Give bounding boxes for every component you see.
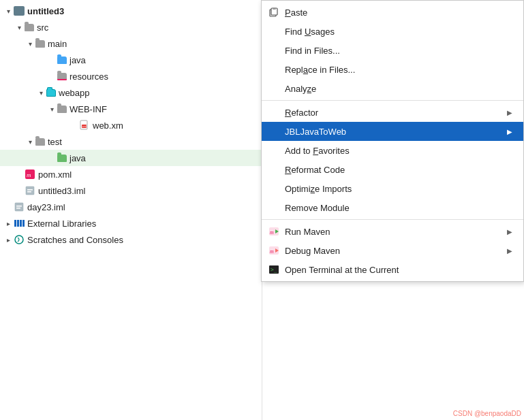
- menu-label-debug-maven: Debug Maven: [285, 246, 340, 256]
- tree-label-pom: pom.xml: [38, 169, 72, 180]
- tree-item-webapp[interactable]: webapp: [0, 84, 262, 101]
- tree-item-test[interactable]: test: [0, 133, 262, 150]
- svg-rect-12: [17, 220, 19, 227]
- tree-label-untitled3: untitled3: [27, 6, 64, 16]
- submenu-arrow-refactor: ▶: [507, 109, 512, 116]
- menu-item-debug-maven[interactable]: m Debug Maven ▶: [262, 241, 523, 260]
- expand-arrow-test[interactable]: [25, 138, 35, 146]
- folder-icon-src: [25, 24, 34, 31]
- file-icon-iml2: [14, 201, 25, 212]
- svg-rect-7: [27, 191, 31, 193]
- menu-item-find-in-files[interactable]: Find in Files...: [262, 41, 523, 60]
- menu-item-jbl[interactable]: JBLJavaToWeb ▶: [262, 122, 523, 141]
- tree-item-ext-libs[interactable]: External Libraries: [0, 215, 262, 231]
- menu-label-find-in-files: Find in Files...: [285, 46, 340, 56]
- tree-label-main: main: [48, 39, 67, 49]
- menu-item-refactor[interactable]: Refactor ▶: [262, 103, 523, 122]
- watermark: CSDN @benpaodaDD: [453, 410, 521, 417]
- svg-rect-10: [16, 208, 20, 209]
- svg-rect-18: [273, 7, 276, 10]
- file-icon-pom: m: [25, 169, 35, 180]
- menu-item-open-terminal[interactable]: >_ Open Terminal at the Current: [262, 260, 523, 279]
- menu-item-analyze[interactable]: Analyze: [262, 79, 523, 98]
- svg-text:m: m: [270, 248, 274, 255]
- tree-item-java2[interactable]: java: [0, 150, 262, 166]
- menu-label-run-maven: Run Maven: [285, 227, 330, 237]
- menu-item-remove-module[interactable]: Remove Module: [262, 198, 523, 217]
- tree-label-scratches: Scratches and Consoles: [27, 235, 123, 245]
- tree-label-java1: java: [70, 55, 86, 65]
- folder-icon-test: [35, 138, 45, 146]
- svg-text:>_: >_: [271, 267, 277, 273]
- tree-item-untitled3iml[interactable]: untitled3.iml: [0, 182, 262, 199]
- paste-icon: [267, 7, 281, 17]
- expand-arrow[interactable]: [3, 7, 14, 15]
- menu-item-run-maven[interactable]: m Run Maven ▶: [262, 222, 523, 241]
- tree-label-extlibs: External Libraries: [27, 219, 96, 229]
- menu-item-find-usages[interactable]: Find Usages: [262, 22, 523, 41]
- file-tree[interactable]: untitled3 src main java resources: [0, 0, 262, 420]
- menu-item-paste[interactable]: Paste: [262, 3, 523, 22]
- context-menu: Paste Find Usages Find in Files... Repla…: [261, 0, 524, 282]
- tree-item-pomxml[interactable]: m pom.xml: [0, 166, 262, 182]
- expand-arrow-webapp[interactable]: [35, 89, 46, 97]
- submenu-arrow-debug-maven: ▶: [507, 247, 512, 255]
- menu-label-reformat: Reformat Code: [285, 165, 345, 175]
- svg-text:m: m: [270, 229, 274, 236]
- tree-label-day23: day23.iml: [27, 202, 65, 212]
- submenu-arrow-jbl: ▶: [507, 128, 512, 135]
- svg-rect-9: [16, 206, 22, 207]
- menu-label-analyze: Analyze: [285, 84, 316, 94]
- menu-item-add-favorites[interactable]: Add to Favorites: [262, 141, 523, 160]
- menu-item-reformat[interactable]: Reformat Code: [262, 160, 523, 179]
- tree-item-src[interactable]: src: [0, 19, 262, 35]
- maven-run-icon: m: [267, 226, 281, 237]
- svg-rect-6: [27, 189, 33, 191]
- folder-icon-java2: [57, 155, 67, 162]
- svg-text:m: m: [27, 172, 31, 178]
- tree-label-iml1: untitled3.iml: [38, 186, 85, 196]
- separator-2: [262, 219, 523, 220]
- expand-arrow-webinf[interactable]: [46, 106, 57, 113]
- menu-item-replace-in-files[interactable]: Replace in Files...: [262, 60, 523, 79]
- folder-icon-webinf: [57, 106, 67, 113]
- file-icon-iml1: [25, 185, 35, 196]
- tree-label-java2: java: [70, 153, 86, 163]
- svg-rect-13: [20, 220, 22, 227]
- file-icon-extlibs: [14, 218, 25, 229]
- expand-arrow-src[interactable]: [14, 24, 25, 31]
- tree-label-webapp: webapp: [59, 88, 90, 98]
- separator-1: [262, 100, 523, 101]
- tree-label-src: src: [37, 22, 48, 33]
- folder-icon-resources: [57, 73, 67, 80]
- menu-label-find-usages: Find Usages: [285, 27, 335, 37]
- menu-label-jbl: JBLJavaToWeb: [285, 127, 346, 137]
- tree-item-main[interactable]: main: [0, 35, 262, 52]
- svg-rect-14: [22, 220, 25, 227]
- tree-label-webxml: web.xm: [93, 120, 123, 131]
- tree-label-test: test: [48, 137, 62, 147]
- menu-label-refactor: Refactor: [285, 108, 318, 118]
- folder-icon-java1: [57, 56, 67, 64]
- tree-item-scratches[interactable]: Scratches and Consoles: [0, 231, 262, 248]
- tree-item-resources[interactable]: resources: [0, 68, 262, 84]
- tree-item-webxml[interactable]: xml web.xm: [0, 117, 262, 133]
- folder-icon-main: [35, 40, 45, 48]
- tree-item-webinf[interactable]: WEB-INF: [0, 101, 262, 117]
- tree-item-day23iml[interactable]: day23.iml: [0, 199, 262, 215]
- menu-label-paste: Paste: [285, 7, 307, 18]
- svg-rect-8: [15, 203, 23, 211]
- tree-item-java1[interactable]: java: [0, 52, 262, 68]
- menu-label-open-terminal: Open Terminal at the Current: [285, 265, 399, 275]
- expand-arrow-main[interactable]: [25, 40, 35, 48]
- menu-label-optimize: Optimize Imports: [285, 184, 352, 194]
- folder-icon-root: [14, 6, 25, 16]
- expand-arrow-extlibs[interactable]: [3, 220, 14, 227]
- expand-arrow-scratches[interactable]: [3, 236, 14, 244]
- menu-item-optimize[interactable]: Optimize Imports: [262, 179, 523, 198]
- svg-rect-11: [14, 220, 16, 227]
- tree-item-untitled3[interactable]: untitled3: [0, 3, 262, 19]
- file-icon-webxml: xml: [79, 120, 90, 131]
- svg-text:xml: xml: [82, 125, 87, 128]
- file-icon-scratches: [14, 234, 25, 245]
